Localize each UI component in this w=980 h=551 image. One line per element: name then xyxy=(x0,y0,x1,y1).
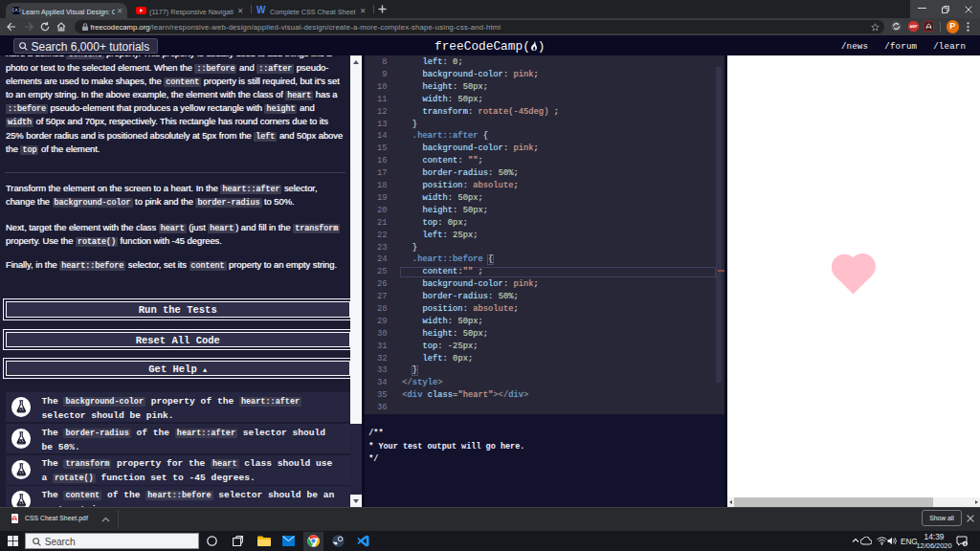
svg-text:ABP: ABP xyxy=(909,25,917,29)
